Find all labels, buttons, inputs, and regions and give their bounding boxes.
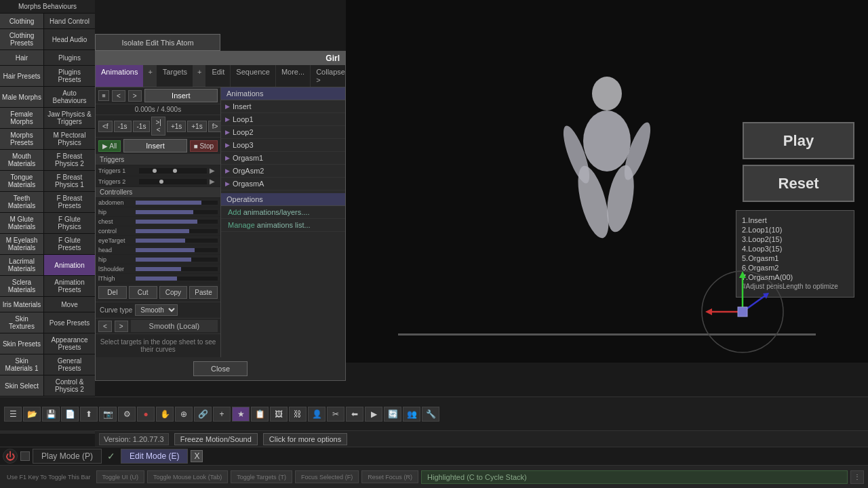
tb-add-btn[interactable]: + [213, 407, 231, 422]
anim-item-loop2[interactable]: ▶ Loop2 [221, 126, 345, 139]
play-insert-btn[interactable]: Insert [123, 139, 186, 152]
sidebar-item-plugins-presets[interactable]: Plugins Presets [44, 66, 95, 86]
reset-btn[interactable]: Reset [743, 165, 854, 202]
toggle-targets-btn[interactable]: Toggle Targets (T) [231, 470, 292, 483]
tb-atom-btn[interactable]: ⊕ [175, 407, 193, 422]
sidebar-item-f-breast-p1[interactable]: F Breast Physics 1 [44, 171, 95, 191]
paste-btn[interactable]: Paste [189, 286, 218, 299]
trigger-track-2[interactable] [139, 179, 207, 184]
tb-save-btn[interactable]: 💾 [42, 407, 60, 422]
copy-btn[interactable]: Copy [159, 286, 188, 299]
sidebar-cat-hair[interactable]: Hair [0, 50, 44, 65]
add-animations-btn[interactable]: Add animations/layers.... [221, 206, 345, 219]
sidebar-cat-clothing[interactable]: Clothing [0, 14, 44, 28]
sidebar-cat-clothing-presets[interactable]: Clothing Presets [0, 29, 44, 49]
sidebar-item-f-glute-presets[interactable]: F Glute Presets [44, 234, 95, 254]
tab-more[interactable]: More... [276, 65, 311, 87]
power-btn[interactable]: ⏻ [3, 449, 18, 464]
tab-edit[interactable]: Edit [206, 65, 231, 87]
play-btn[interactable]: Play [743, 122, 854, 159]
tb-menu-btn[interactable]: ☰ [4, 407, 22, 422]
sidebar-item-head-audio[interactable]: Head Audio [44, 29, 95, 49]
curve-prev-btn[interactable]: < [98, 321, 112, 332]
sidebar-cat-hair-presets[interactable]: Hair Presets [0, 66, 44, 86]
mode-close-btn[interactable]: X [191, 450, 203, 462]
reset-focus-btn[interactable]: Reset Focus (R) [361, 470, 418, 483]
tb-clipboard-btn[interactable]: 📋 [251, 407, 269, 422]
sidebar-item-f-breast-presets[interactable]: F Breast Presets [44, 192, 95, 212]
focus-selected-btn[interactable]: Focus Selected (F) [295, 470, 359, 483]
tb-tool-btn[interactable]: 🔧 [422, 407, 439, 422]
hk-collapse-btn[interactable]: ⋮ [850, 470, 864, 484]
tb-star-btn[interactable]: ★ [232, 407, 250, 422]
ctrl-track-control[interactable] [136, 229, 218, 233]
tb-new-btn[interactable]: 📄 [61, 407, 79, 422]
tab-plus-1[interactable]: + [144, 65, 157, 87]
play-all-btn[interactable]: ▶ All [98, 140, 121, 152]
anim-item-loop1[interactable]: ▶ Loop1 [221, 113, 345, 126]
nav-prev-btn[interactable]: < [112, 90, 125, 102]
close-btn[interactable]: Close [193, 361, 248, 376]
more-options-btn[interactable]: Click for more options [263, 433, 347, 445]
pb-fwd1f-btn[interactable]: +1s [167, 121, 186, 132]
tab-targets[interactable]: Targets [157, 65, 193, 87]
play-mode-label[interactable]: Play Mode (P) [33, 449, 102, 464]
tb-cut-btn[interactable]: ✂ [327, 407, 344, 422]
sidebar-item-pose-presets[interactable]: Pose Presets [44, 312, 95, 333]
sidebar-item-appearance-presets[interactable]: Appearance Presets [44, 333, 95, 354]
sidebar-item-control-p2[interactable]: Control & Physics 2 [44, 375, 95, 396]
sidebar-item-jaw-physics[interactable]: Jaw Physics & Triggers [44, 108, 95, 128]
ctrl-track-eyetarget[interactable] [136, 239, 218, 243]
tab-plus-2[interactable]: + [193, 65, 206, 87]
sidebar-cat-iris[interactable]: Iris Materials [0, 297, 44, 312]
anim-item-insert[interactable]: ▶ Insert [221, 100, 345, 113]
curve-next-btn[interactable]: > [115, 321, 128, 332]
sidebar-cat-skin-select[interactable]: Skin Select [0, 375, 44, 396]
anim-item-loop3[interactable]: ▶ Loop3 [221, 139, 345, 152]
ctrl-track-chest[interactable] [136, 220, 218, 224]
anim-item-orgasm2[interactable]: ▶ OrgAsm2 [221, 165, 345, 178]
tb-play-small-btn[interactable]: ▶ [365, 407, 382, 422]
tb-hand-btn[interactable]: ✋ [156, 407, 174, 422]
toggle-ui-btn[interactable]: Toggle UI (U) [96, 470, 144, 483]
sidebar-cat-sclera[interactable]: Sclera Materials [0, 276, 44, 296]
pb-center-btn[interactable]: >|< [151, 117, 165, 136]
sidebar-item-animation-presets[interactable]: Animation Presets [44, 276, 95, 296]
tb-record-btn[interactable]: ● [137, 407, 155, 422]
sidebar-item-move[interactable]: Move [44, 297, 95, 312]
trigger-track-1[interactable] [139, 168, 207, 174]
pb-back1f-btn[interactable]: -1s [133, 121, 151, 132]
sidebar-item-animation[interactable]: Animation [44, 255, 95, 275]
nav-next-btn[interactable]: > [128, 90, 142, 102]
sidebar-cat-skin-mat1[interactable]: Skin Materials 1 [0, 354, 44, 375]
sidebar-cat-tongue[interactable]: Tongue Materials [0, 171, 44, 191]
cut-btn[interactable]: Cut [129, 286, 157, 299]
pb-firstframe-btn[interactable]: <f [98, 121, 113, 132]
tb-upload-btn[interactable]: ⬆ [80, 407, 98, 422]
trigger-expand-1[interactable]: ▶ [207, 167, 218, 174]
sidebar-cat-teeth[interactable]: Teeth Materials [0, 192, 44, 212]
sidebar-cat-female-morphs[interactable]: Female Morphs [0, 108, 44, 128]
ctrl-track-head[interactable] [136, 248, 218, 252]
sidebar-item-hand-control[interactable]: Hand Control [44, 14, 95, 28]
sidebar-cat-morphs-presets[interactable]: Morphs Presets [0, 129, 44, 149]
tb-camera-btn[interactable]: 📷 [99, 407, 117, 422]
tb-open-btn[interactable]: 📂 [23, 407, 41, 422]
sidebar-cat-m-glute[interactable]: M Glute Materials [0, 213, 44, 233]
sidebar-item-auto-behaviours[interactable]: Auto Behaviours [44, 87, 95, 107]
nav-insert-btn[interactable]: Insert [144, 89, 218, 102]
del-btn[interactable]: Del [98, 286, 127, 299]
edit-mode-label[interactable]: Edit Mode (E) [121, 449, 188, 464]
tb-chain-btn[interactable]: ⛓ [289, 407, 307, 422]
tb-refresh-btn[interactable]: 🔄 [384, 407, 401, 422]
sidebar-item-f-glute-physics[interactable]: F Glute Physics [44, 213, 95, 233]
tab-sequence[interactable]: Sequence [231, 65, 276, 87]
sidebar-item-plugins[interactable]: Plugins [44, 50, 95, 65]
tb-link-btn[interactable]: 🔗 [194, 407, 212, 422]
sidebar-item-general-presets[interactable]: General Presets [44, 354, 95, 375]
sidebar-item-f-breast-p2[interactable]: F Breast Physics 2 [44, 150, 95, 170]
stop-btn[interactable]: ■ Stop [190, 140, 218, 152]
tb-people-btn[interactable]: 👤 [308, 407, 326, 422]
freeze-btn[interactable]: Freeze Motion/Sound [174, 433, 258, 445]
sidebar-cat-male-morphs[interactable]: Male Morphs [0, 87, 44, 107]
